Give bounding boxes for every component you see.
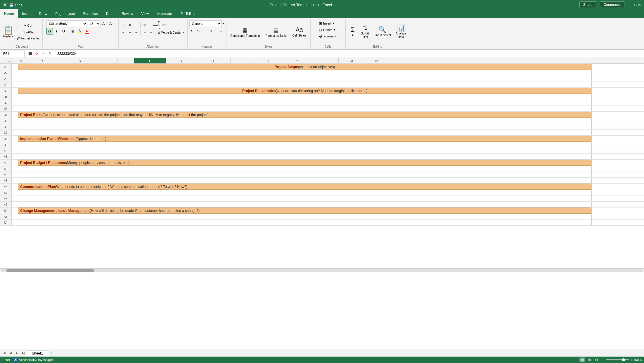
formula-input[interactable] <box>56 51 643 57</box>
cell-a43[interactable] <box>12 166 18 172</box>
cell-a46[interactable] <box>12 184 18 190</box>
row-num-31[interactable]: 31 <box>0 94 12 100</box>
col-header-m[interactable]: M <box>339 58 365 63</box>
col-header-n[interactable]: N <box>365 58 388 63</box>
empty-merged-27[interactable] <box>18 70 591 76</box>
empty-merged-28[interactable] <box>18 76 591 82</box>
cell-rest-51[interactable] <box>591 214 644 219</box>
cell-rest-32[interactable] <box>591 100 644 106</box>
bold-button[interactable]: B <box>46 28 53 34</box>
row-num-44[interactable]: 44 <box>0 172 12 177</box>
analyze-data-button[interactable]: 📊 AnalyzeData <box>394 22 408 42</box>
align-center-button[interactable]: ≡ <box>127 30 133 35</box>
indent-increase-button[interactable]: → <box>148 30 154 35</box>
font-color-button[interactable]: A <box>84 28 90 34</box>
empty-35[interactable] <box>18 118 591 124</box>
page-break-view-button[interactable]: ⊟ <box>593 357 599 362</box>
format-as-table-button[interactable]: ▤ Format as Table <box>263 22 289 42</box>
row-num-27[interactable]: 27 <box>0 70 12 76</box>
row-num-33[interactable]: 33 <box>0 106 12 111</box>
number-format-select[interactable]: General <box>189 20 221 27</box>
font-size-select[interactable]: 18 <box>88 20 101 27</box>
section-header-project-scope[interactable]: Project Scope (using smart objectives) <box>18 64 591 70</box>
cell-rest-30[interactable] <box>591 88 644 94</box>
empty-48[interactable] <box>18 196 591 201</box>
cell-a44[interactable] <box>12 172 18 177</box>
formula-expand-button[interactable]: ⬛ <box>27 51 33 57</box>
section-header-milestones[interactable]: Implementation Plan / Milestones (Approx… <box>18 136 591 142</box>
col-header-d[interactable]: D <box>58 58 102 63</box>
tab-view[interactable]: View <box>137 9 153 18</box>
cell-a30[interactable] <box>12 88 18 94</box>
empty-31[interactable] <box>18 94 591 100</box>
align-bottom-button[interactable]: ⊥ <box>133 22 139 28</box>
align-left-button[interactable]: ≡ <box>120 30 126 35</box>
tab-tell-me[interactable]: 🔍 Tell me <box>176 9 201 18</box>
col-header-i[interactable]: I <box>231 58 254 63</box>
sheet-nav-first[interactable]: |◀ <box>1 350 7 356</box>
conditional-formatting-button[interactable]: ▦ Conditional Formatting <box>228 22 262 42</box>
row-num-28[interactable]: 28 <box>0 76 12 82</box>
zoom-in-button[interactable]: + <box>630 358 632 362</box>
page-layout-view-button[interactable]: ⊞ <box>586 357 592 362</box>
col-header-j[interactable]: J <box>254 58 283 63</box>
row-num-49[interactable]: 49 <box>0 202 12 207</box>
cell-rest-41[interactable] <box>591 154 644 159</box>
empty-51[interactable] <box>18 214 591 219</box>
cell-a45[interactable] <box>12 178 18 183</box>
cell-rest-37[interactable] <box>591 130 644 135</box>
cell-a40[interactable] <box>12 148 18 153</box>
row-num-51[interactable]: 51 <box>0 214 12 219</box>
row-num-29[interactable]: 29 <box>0 82 12 87</box>
empty-merged-29[interactable] <box>18 82 591 87</box>
row-num-37[interactable]: 37 <box>0 130 12 135</box>
col-header-c[interactable]: C <box>29 58 58 63</box>
find-select-button[interactable]: 🔍 Find & Select <box>372 22 393 42</box>
row-num-40[interactable]: 40 <box>0 148 12 153</box>
currency-button[interactable]: $ <box>189 28 195 34</box>
increase-decimal-button[interactable]: .0→ <box>209 28 216 34</box>
tab-draw[interactable]: Draw <box>35 9 51 18</box>
tab-automate[interactable]: Automate <box>153 9 176 18</box>
cell-styles-button[interactable]: Aa Cell Styles <box>290 22 309 42</box>
empty-49[interactable] <box>18 202 591 207</box>
delete-cells-button[interactable]: ⊟ Delete ▼ <box>317 27 338 33</box>
increase-font-button[interactable]: A⁺ <box>101 20 108 27</box>
confirm-formula-button[interactable]: ✓ <box>41 51 46 57</box>
empty-52[interactable] <box>18 220 591 225</box>
empty-41[interactable] <box>18 154 591 159</box>
cell-rest-39[interactable] <box>591 142 644 148</box>
empty-45[interactable] <box>18 178 591 183</box>
comma-button[interactable]: , <box>202 28 208 34</box>
row-num-52[interactable]: 52 <box>0 220 12 225</box>
decrease-font-button[interactable]: A⁻ <box>108 20 115 27</box>
row-num-50[interactable]: 50 <box>0 208 12 214</box>
empty-44[interactable] <box>18 172 591 177</box>
font-family-select[interactable]: Calibri (Body) <box>46 20 87 27</box>
empty-33[interactable] <box>18 106 591 111</box>
accessibility-status[interactable]: ♿ Accessibility: Investigate <box>13 358 53 362</box>
cell-rest-35[interactable] <box>591 118 644 124</box>
format-cells-button[interactable]: ⚙ Format ▼ <box>317 33 339 39</box>
cell-rest-34[interactable] <box>591 112 644 118</box>
row-num-41[interactable]: 41 <box>0 154 12 159</box>
row-num-45[interactable]: 45 <box>0 178 12 183</box>
row-num-39[interactable]: 39 <box>0 142 12 148</box>
row-num-36[interactable]: 36 <box>0 124 12 129</box>
col-header-k[interactable]: K <box>283 58 312 63</box>
cell-rest-49[interactable] <box>591 202 644 207</box>
cancel-formula-button[interactable]: ✕ <box>34 51 40 57</box>
tab-review[interactable]: Review <box>117 9 137 18</box>
wrap-text-button[interactable]: ↵ Wrap Text ▼ <box>150 20 168 29</box>
autosum-button[interactable]: Σ ▼ <box>347 22 358 42</box>
cell-a27[interactable] <box>12 70 18 76</box>
tab-home[interactable]: Home <box>0 9 18 18</box>
cell-rest-50[interactable] <box>591 208 644 214</box>
cell-rest-42[interactable] <box>591 160 644 166</box>
grid-scroll[interactable]: 26 Project Scope (using smart objectives… <box>0 64 644 268</box>
row-num-34[interactable]: 34 <box>0 112 12 118</box>
col-header-b[interactable]: B <box>13 58 29 63</box>
cell-rest-43[interactable] <box>591 166 644 172</box>
cell-rest-38[interactable] <box>591 136 644 142</box>
scrollbar-thumb[interactable] <box>6 269 94 272</box>
